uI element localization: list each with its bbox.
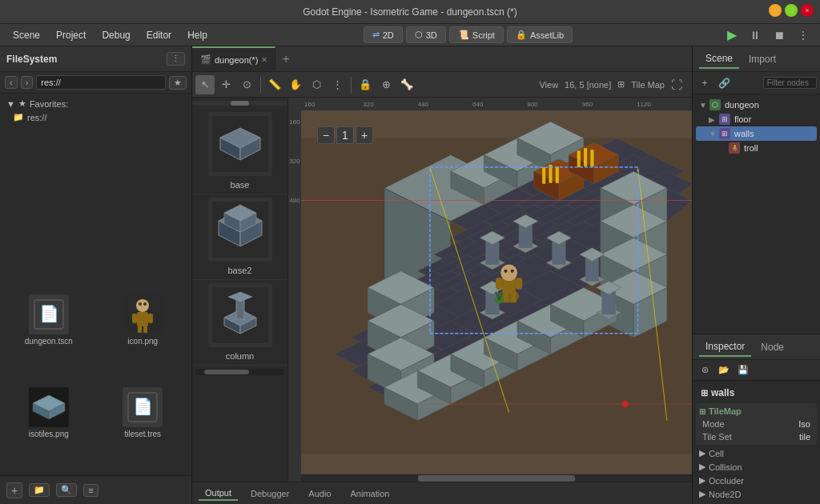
floor-node-icon: ⊞ bbox=[719, 114, 730, 125]
pivot-tool[interactable]: ⊕ bbox=[376, 75, 396, 94]
tile-scrollbar-h[interactable] bbox=[195, 369, 284, 375]
favorites-arrow: ▼ bbox=[6, 99, 15, 109]
play-button[interactable]: ▶ bbox=[722, 27, 742, 42]
audio-tab[interactable]: Audio bbox=[302, 487, 337, 500]
fs-back-button[interactable]: ‹ bbox=[5, 76, 18, 89]
file-tileset-tres[interactable]: 📄 tileset.tres bbox=[98, 382, 189, 472]
tile-base-label: base bbox=[231, 180, 250, 190]
tab-dungeon-label: dungeon(*) bbox=[215, 55, 258, 65]
mode-3d-button[interactable]: ⬡ 3D bbox=[406, 26, 446, 43]
file-tileset-thumb: 📄 bbox=[123, 387, 163, 427]
scene-tab[interactable]: Scene bbox=[699, 50, 739, 69]
coordinates-display: 16, 5 [none] bbox=[565, 80, 611, 90]
scene-add-node-button[interactable]: + bbox=[696, 74, 713, 92]
menu-editor[interactable]: Editor bbox=[140, 27, 178, 43]
move-canvas-tool[interactable]: ✛ bbox=[216, 75, 235, 94]
node-tab[interactable]: Node bbox=[754, 338, 790, 356]
zoom-1-button[interactable]: 1 bbox=[336, 126, 354, 144]
fs-search-button[interactable]: 🔍 bbox=[56, 483, 77, 497]
output-tab[interactable]: Output bbox=[199, 486, 238, 501]
lock-tool[interactable]: 🔒 bbox=[356, 75, 375, 94]
menu-project[interactable]: Project bbox=[50, 27, 92, 43]
fs-forward-button[interactable]: › bbox=[21, 76, 34, 89]
select-tool[interactable]: ↖ bbox=[195, 75, 215, 94]
svg-point-219 bbox=[622, 401, 629, 407]
file-icon-png[interactable]: icon.png bbox=[98, 290, 189, 379]
insp-collision-section[interactable]: ▶ Collision bbox=[696, 460, 817, 474]
tab-add-button[interactable]: + bbox=[275, 46, 295, 71]
app-title: Godot Engine - Isometric Game - dungeon.… bbox=[303, 6, 517, 18]
bone-tool[interactable]: 🦴 bbox=[397, 75, 416, 94]
tree-arrow-floor: ▶ bbox=[709, 115, 717, 124]
svg-point-10 bbox=[143, 302, 147, 306]
tile-base2-label: base2 bbox=[228, 266, 252, 275]
tile-column[interactable]: column bbox=[192, 280, 287, 366]
pause-button[interactable]: ⏸ bbox=[745, 29, 766, 42]
edit-tool[interactable]: ⬡ bbox=[307, 75, 326, 94]
svg-rect-4 bbox=[137, 312, 148, 326]
filesystem-title: FileSystem bbox=[6, 54, 163, 65]
pan-tool[interactable]: ✋ bbox=[286, 75, 305, 94]
filter-nodes-input[interactable] bbox=[763, 77, 817, 89]
ruler-tool[interactable]: 📏 bbox=[265, 75, 284, 94]
tree-arrow-dungeon: ▼ bbox=[699, 101, 707, 110]
insp-tilemap-icon: ⊞ bbox=[699, 407, 705, 416]
tab-dungeon[interactable]: 🎬 dungeon(*) × bbox=[192, 46, 275, 71]
import-tab[interactable]: Import bbox=[742, 50, 782, 68]
fullscreen-button[interactable]: ⛶ bbox=[671, 78, 682, 91]
tilemap-label[interactable]: Tile Map bbox=[631, 80, 665, 90]
insp-cell-section[interactable]: ▶ Cell bbox=[696, 446, 817, 460]
tree-item-walls[interactable]: ▼ ⊞ walls bbox=[696, 126, 817, 141]
insp-tilemap-section: ⊞ TileMap Mode Iso Tile Set tile bbox=[696, 403, 817, 445]
insp-open-button[interactable]: 📂 bbox=[715, 362, 733, 379]
tab-close-button[interactable]: × bbox=[261, 54, 267, 66]
inspector-tab[interactable]: Inspector bbox=[699, 338, 751, 357]
file-icon-label: icon.png bbox=[127, 337, 158, 346]
close-button[interactable]: × bbox=[801, 4, 814, 17]
tree-item-troll[interactable]: 🧍 troll bbox=[696, 141, 817, 155]
insp-history-button[interactable]: ⊛ bbox=[696, 362, 713, 379]
menu-debug[interactable]: Debug bbox=[95, 27, 136, 43]
zoom-minus-button[interactable]: − bbox=[317, 126, 335, 144]
more-button[interactable]: ⋮ bbox=[793, 29, 814, 42]
tile-column-image bbox=[208, 283, 272, 347]
insp-node2d-section[interactable]: ▶ Node2D bbox=[696, 487, 817, 501]
file-dungeon-tscn[interactable]: 📄 dungeon.tscn bbox=[3, 290, 94, 379]
menu-help[interactable]: Help bbox=[181, 27, 214, 43]
tile-base[interactable]: base bbox=[192, 109, 287, 194]
file-isotiles-thumb bbox=[29, 387, 69, 427]
tree-item-floor[interactable]: ▶ ⊞ floor bbox=[696, 112, 817, 126]
insp-save-button[interactable]: 💾 bbox=[734, 362, 752, 379]
fs-list-button[interactable]: ≡ bbox=[83, 484, 98, 497]
svg-rect-206 bbox=[496, 278, 502, 290]
more-tools[interactable]: ⋮ bbox=[328, 75, 347, 94]
minimize-button[interactable]: − bbox=[769, 4, 782, 17]
tree-item-dungeon[interactable]: ▼ ⬡ dungeon bbox=[696, 98, 817, 112]
fs-folder-new-button[interactable]: 📁 bbox=[29, 483, 50, 497]
mode-2d-button[interactable]: ⇌ 2D bbox=[364, 26, 403, 43]
file-isotiles-png[interactable]: isotiles.png bbox=[3, 382, 94, 472]
fs-add-button[interactable]: + bbox=[6, 482, 22, 498]
debugger-tab[interactable]: Debugger bbox=[244, 487, 295, 500]
tab-dungeon-icon: 🎬 bbox=[200, 54, 211, 65]
assetlib-button[interactable]: 🔒 AssetLib bbox=[507, 26, 573, 43]
fs-bookmark-button[interactable]: ★ bbox=[169, 76, 187, 90]
scene-area[interactable]: − 1 + bbox=[301, 110, 692, 482]
favorites-header[interactable]: ▼ ★ Favorites: bbox=[3, 97, 188, 110]
maximize-button[interactable]: □ bbox=[785, 4, 798, 17]
zoom-plus-button[interactable]: + bbox=[356, 126, 373, 144]
script-button[interactable]: 📜 Script bbox=[449, 26, 504, 43]
insp-occluder-arrow: ▶ bbox=[699, 475, 705, 486]
view-label[interactable]: View bbox=[539, 80, 558, 90]
scene-instance-button[interactable]: 🔗 bbox=[715, 74, 733, 92]
zoom-tool[interactable]: ⊙ bbox=[237, 75, 256, 94]
stop-button[interactable]: ⏹ bbox=[769, 29, 790, 42]
tile-base2[interactable]: base2 bbox=[192, 194, 287, 280]
svg-text:📄: 📄 bbox=[38, 304, 58, 323]
menu-scene[interactable]: Scene bbox=[6, 27, 46, 43]
animation-tab[interactable]: Animation bbox=[344, 487, 396, 500]
insp-occluder-section[interactable]: ▶ Occluder bbox=[696, 474, 817, 487]
res-folder[interactable]: 📁 res:// bbox=[3, 110, 188, 124]
viewport-scrollbar-h[interactable] bbox=[301, 474, 692, 482]
fs-menu-button[interactable]: ⋮ bbox=[167, 52, 185, 66]
